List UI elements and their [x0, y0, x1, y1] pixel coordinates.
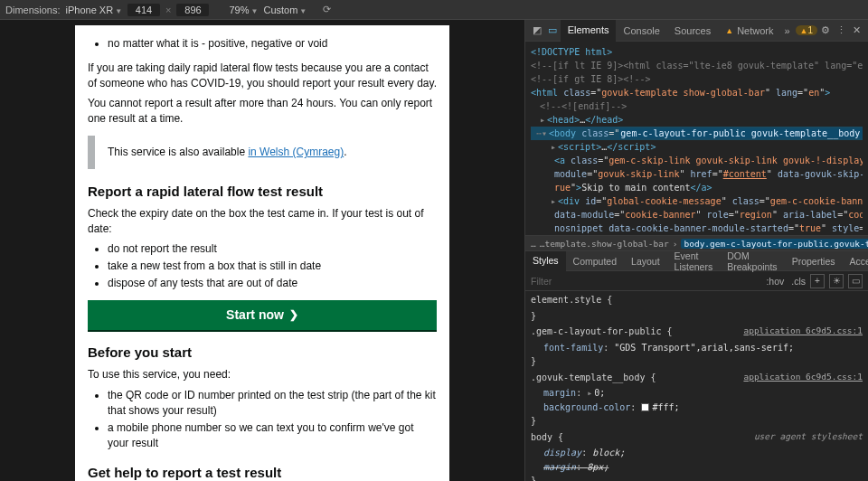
close-icon[interactable]: ✕	[849, 20, 864, 42]
list-item: do not report the result	[108, 241, 437, 257]
start-now-label: Start now	[226, 307, 284, 325]
list-item: a mobile phone number so we can text you…	[108, 420, 437, 451]
viewport-area: no matter what it is - positive, negativ…	[0, 20, 524, 481]
chevron-right-icon: ❯	[289, 307, 298, 323]
paragraph: You cannot report a result after more th…	[88, 96, 437, 127]
panel-icon[interactable]: ▭	[848, 274, 863, 288]
styles-tablist: Styles Computed Layout Event Listeners D…	[525, 251, 868, 271]
new-rule-icon[interactable]: +	[810, 274, 825, 288]
inset-prefix: This service is also available	[108, 146, 245, 158]
rotate-icon[interactable]: ⟳	[323, 4, 331, 15]
styles-rules[interactable]: element.style { } application_6c9d5.css:…	[525, 291, 868, 481]
devtools-panel: ◩ ▭ Elements Console Sources ▲Network » …	[524, 20, 868, 481]
device-toolbar: Dimensions: iPhone XR▼ 414 × 896 79%▼ Cu…	[0, 0, 868, 20]
paragraph: Check the expiry date on the box the tes…	[88, 206, 437, 237]
tab-console[interactable]: Console	[616, 20, 666, 42]
tab-network[interactable]: ▲Network	[718, 20, 780, 42]
crumb[interactable]: …template.show-global-bar	[540, 239, 669, 249]
gear-icon[interactable]: ⚙	[817, 20, 833, 42]
paragraph: To use this service, you need:	[88, 367, 437, 382]
stab-styles[interactable]: Styles	[525, 251, 566, 271]
heading-help: Get help to report a test result	[88, 463, 437, 481]
list-item: take a new test from a box that is still…	[108, 259, 437, 274]
dom-tree[interactable]: <!DOCTYPE html> <!--[if lt IE 9]><html c…	[525, 42, 868, 235]
zoom-select[interactable]: 79%▼	[229, 5, 258, 15]
paragraph: If you are taking daily rapid lateral fl…	[88, 61, 437, 91]
dim-x: ×	[165, 5, 171, 15]
kebab-icon[interactable]: ⋮	[833, 20, 848, 42]
rendering-icon[interactable]: ☀	[829, 274, 844, 288]
preset-select[interactable]: Custom▼	[263, 5, 307, 15]
styles-filter-input[interactable]: Filter	[531, 276, 759, 287]
list-item: no matter what it is - positive, negativ…	[108, 36, 437, 52]
list-item: the QR code or ID number printed on the …	[108, 388, 437, 419]
breadcrumb[interactable]: … …template.show-global-bar › body.gem-c…	[525, 235, 868, 251]
stab-computed[interactable]: Computed	[566, 251, 624, 271]
heading-report: Report a rapid lateral flow test result	[88, 182, 437, 201]
devtools-tabbar: ◩ ▭ Elements Console Sources ▲Network » …	[525, 20, 868, 42]
tabs-overflow[interactable]: »	[780, 25, 793, 36]
height-input[interactable]: 896	[176, 4, 209, 16]
page-content[interactable]: no matter what it is - positive, negativ…	[75, 25, 449, 481]
stab-layout[interactable]: Layout	[624, 251, 667, 271]
tab-sources[interactable]: Sources	[667, 20, 718, 42]
stab-props[interactable]: Properties	[785, 251, 843, 271]
inset-text: This service is also available in Welsh …	[88, 136, 437, 169]
stab-dombp[interactable]: DOM Breakpoints	[720, 251, 784, 271]
stab-acc[interactable]: Accessibility	[842, 251, 868, 271]
width-input[interactable]: 414	[127, 4, 160, 16]
warning-triangle-icon: ▲	[725, 26, 733, 35]
stab-events[interactable]: Event Listeners	[667, 251, 721, 271]
color-swatch[interactable]	[641, 403, 649, 411]
cls-toggle[interactable]: .cls	[791, 276, 806, 287]
heading-before: Before you start	[88, 343, 437, 362]
hov-toggle[interactable]: :hov	[766, 276, 784, 287]
welsh-link[interactable]: in Welsh (Cymraeg)	[248, 146, 344, 158]
list-item: dispose of any tests that are out of dat…	[108, 276, 437, 291]
start-now-button[interactable]: Start now ❯	[88, 300, 437, 331]
dimensions-label: Dimensions:	[5, 5, 61, 15]
crumb-active[interactable]: body.gem-c-layout-for-public.govuk-templ…	[681, 239, 868, 249]
device-frame: no matter what it is - positive, negativ…	[75, 25, 449, 481]
device-select[interactable]: iPhone XR▼	[66, 5, 123, 15]
inspect-icon[interactable]: ◩	[529, 20, 544, 42]
tab-elements[interactable]: Elements	[561, 20, 617, 42]
device-toggle-icon[interactable]: ▭	[544, 20, 560, 42]
styles-filter-row: Filter :hov .cls + ☀ ▭	[525, 271, 868, 291]
warning-badge[interactable]: ▲1	[796, 25, 817, 35]
